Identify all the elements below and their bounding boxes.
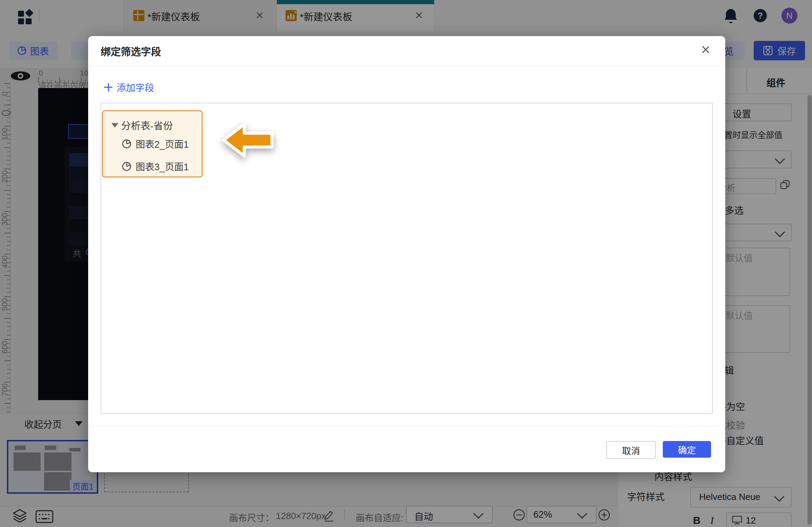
tree-child-label: 图表3_页面1	[136, 159, 189, 173]
cancel-button[interactable]: 取消	[606, 441, 656, 459]
modal-header-divider	[88, 66, 725, 66]
app-root: *新建仪表板 *新建仪表板 ? N	[0, 0, 812, 527]
tree-parent-label: 分析表-省份	[121, 118, 173, 132]
confirm-button[interactable]: 确定	[663, 441, 711, 458]
annotation-arrow-icon	[221, 118, 276, 164]
pie-chart-icon	[122, 139, 132, 149]
modal-footer-divider	[88, 426, 725, 426]
modal-title: 绑定筛选字段	[101, 44, 161, 58]
tree-child-label: 图表2_页面1	[136, 137, 189, 150]
bind-filter-fields-modal: 绑定筛选字段 添加字段 分析表-省份 图表2_页面1	[88, 36, 725, 472]
tree-parent-row[interactable]: 分析表-省份	[111, 118, 173, 132]
pie-chart-icon	[122, 162, 132, 171]
plus-icon	[104, 83, 112, 92]
tree-child-row[interactable]: 图表3_页面1	[122, 159, 189, 173]
tree-child-row[interactable]: 图表2_页面1	[122, 137, 189, 150]
fields-list-container: 分析表-省份 图表2_页面1 图表3_页面1	[101, 103, 713, 414]
modal-close-icon[interactable]	[701, 45, 710, 54]
add-field-button[interactable]: 添加字段	[104, 80, 154, 94]
field-group-highlighted[interactable]: 分析表-省份 图表2_页面1 图表3_页面1	[102, 110, 203, 178]
collapse-triangle-icon[interactable]	[111, 123, 118, 128]
